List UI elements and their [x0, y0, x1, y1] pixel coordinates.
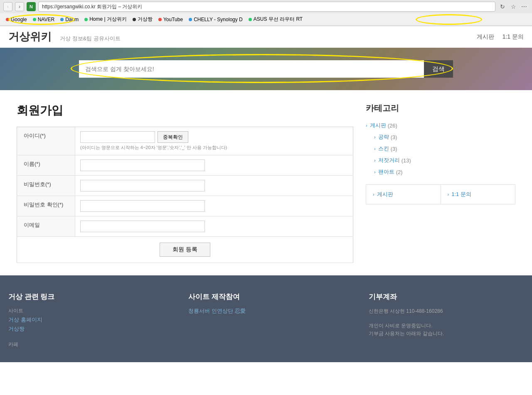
category-fanart-label: 팬아트 — [378, 168, 394, 176]
search-input[interactable] — [79, 60, 424, 78]
bookmark-chelly[interactable]: CHELLY - Synology D — [186, 16, 245, 23]
nav-box-board[interactable]: › 게시판 — [366, 185, 441, 204]
footer-participation-heading: 사이트 제작참여 — [188, 292, 343, 302]
category-gongryak-label: 공략 — [378, 133, 389, 141]
chevron-right-icon-sub2: › — [374, 146, 376, 151]
submit-row: 회원 등록 — [17, 237, 353, 263]
password-input[interactable] — [80, 180, 205, 191]
chevron-right-icon-sub4: › — [374, 169, 376, 174]
home-dot — [84, 18, 88, 21]
chelly-dot — [189, 18, 192, 21]
category-board: › 게시판 (26) › 공략 (3) › 스킨 (3) › 저잣거리 (13) — [366, 120, 515, 178]
bookmark-label: 거상짱 — [138, 16, 153, 23]
right-column: 카테고리 › 게시판 (26) › 공략 (3) › 스킨 (3) › — [366, 103, 515, 263]
nav-board[interactable]: 게시판 — [477, 33, 494, 41]
nav-arrow-icon-2: › — [448, 192, 449, 197]
settings-button[interactable]: ⋯ — [520, 2, 529, 11]
email-input[interactable] — [80, 221, 205, 232]
browser-actions: ↻ ☆ ⋯ — [498, 2, 529, 11]
site-footer: 거상 관련 링크 사이트 거상 홈페이지 거상짱 카페 사이트 제작참여 청룡서… — [0, 275, 532, 362]
nav-box-contact[interactable]: › 1:1 문의 — [441, 185, 515, 204]
name-input[interactable] — [80, 159, 205, 171]
category-board-count: (26) — [388, 123, 397, 129]
nav-arrow-icon-1: › — [373, 192, 374, 197]
address-bar[interactable] — [38, 2, 495, 12]
browser-chrome: ‹ › N ↻ ☆ ⋯ Google NAVER Daum Home | 거상위… — [0, 0, 532, 26]
nav-box-board-label: 게시판 — [377, 191, 393, 198]
site-header: 거상위키 거상 정보&팁 공유사이트 게시판 1:1 문의 — [0, 26, 532, 48]
footer-participation-section: 사이트 제작참여 청룡서버 인연상단 忍愛 — [188, 292, 343, 350]
category-gongryak-link[interactable]: › 공략 (3) — [366, 131, 515, 143]
submit-button[interactable]: 회원 등록 — [160, 243, 210, 257]
main-content: 회원가입 아이디(*) 중복확인 (아이디는 영문으로 시작하는 4~20자 '… — [8, 90, 524, 275]
footer-cafe-label: 카페 — [8, 341, 163, 348]
category-skin-link[interactable]: › 스킨 (3) — [366, 143, 515, 155]
category-board-label: 게시판 — [370, 122, 386, 129]
bookmark-gersangjjang[interactable]: 거상짱 — [130, 15, 155, 24]
id-row: 아이디(*) 중복확인 (아이디는 영문으로 시작하는 4~20자 '영문','… — [17, 127, 353, 155]
footer-participation-link[interactable]: 청룡서버 인연상단 忍愛 — [188, 307, 343, 315]
browser-logo: N — [27, 2, 36, 11]
password-label: 비밀번호(*) — [17, 176, 75, 196]
footer-links-label: 사이트 — [8, 307, 163, 314]
bookmark-daum[interactable]: Daum — [58, 16, 81, 23]
nav-box-contact-label: 1:1 문의 — [451, 191, 471, 198]
id-field-cell: 중복확인 (아이디는 영문으로 시작하는 4~20자 '영문','숫자','_'… — [75, 127, 353, 155]
bookmark-label: YouTube — [163, 17, 183, 22]
bookmark-youtube[interactable]: YouTube — [156, 16, 185, 23]
back-button[interactable]: ‹ — [3, 2, 12, 11]
chevron-right-icon-sub1: › — [374, 135, 376, 140]
name-row: 이름(*) — [17, 155, 353, 176]
footer-link-gersangjjang[interactable]: 거상짱 — [8, 325, 163, 333]
gersangjjang-dot — [133, 18, 136, 21]
forward-button[interactable]: › — [15, 2, 24, 11]
name-label: 이름(*) — [17, 155, 75, 176]
bookmark-home[interactable]: Home | 거상위키 — [82, 15, 129, 24]
site-logo[interactable]: 거상위키 — [8, 29, 52, 44]
bookmark-button[interactable]: ☆ — [509, 2, 518, 11]
refresh-button[interactable]: ↻ — [498, 2, 507, 11]
footer-donation-heading: 기부계좌 — [369, 292, 524, 302]
youtube-dot — [158, 18, 162, 21]
left-column: 회원가입 아이디(*) 중복확인 (아이디는 영문으로 시작하는 4~20자 '… — [17, 103, 353, 263]
bookmark-label: ASUS 무선 라우터 RT — [254, 16, 303, 23]
password-field-cell — [75, 176, 353, 196]
category-market-link[interactable]: › 저잣거리 (13) — [366, 155, 515, 166]
email-label: 이메일 — [17, 216, 75, 237]
nav-contact[interactable]: 1:1 문의 — [502, 33, 524, 41]
password-confirm-input[interactable] — [80, 200, 205, 212]
search-container: 검색 — [79, 60, 453, 78]
password-confirm-field-cell — [75, 196, 353, 216]
browser-titlebar: ‹ › N ↻ ☆ ⋯ — [0, 0, 532, 13]
category-market-count: (13) — [401, 157, 411, 164]
category-title: 카테고리 — [366, 103, 515, 114]
chevron-right-icon: › — [366, 123, 367, 128]
google-dot — [6, 18, 9, 21]
footer-links-section: 거상 관련 링크 사이트 거상 홈페이지 거상짱 카페 — [8, 292, 163, 350]
bookmark-label: CHELLY - Synology D — [194, 17, 243, 22]
bookmark-naver[interactable]: NAVER — [30, 16, 57, 23]
bookmark-google[interactable]: Google — [3, 16, 30, 23]
category-fanart-link[interactable]: › 팬아트 (2) — [366, 166, 515, 178]
category-fanart-count: (2) — [396, 169, 403, 175]
chevron-right-icon-sub3: › — [374, 158, 376, 163]
password-row: 비밀번호(*) — [17, 176, 353, 196]
category-market-label: 저잣거리 — [378, 157, 400, 164]
id-input[interactable] — [80, 131, 155, 143]
registration-form: 아이디(*) 중복확인 (아이디는 영문으로 시작하는 4~20자 '영문','… — [17, 127, 353, 263]
footer-links-heading: 거상 관련 링크 — [8, 292, 163, 302]
footer-link-gersang[interactable]: 거상 홈페이지 — [8, 316, 163, 324]
bookmark-asus[interactable]: ASUS 무선 라우터 RT — [246, 15, 305, 24]
footer-inner: 거상 관련 링크 사이트 거상 홈페이지 거상짱 카페 사이트 제작참여 청룡서… — [8, 292, 524, 350]
page-title: 회원가입 — [17, 103, 353, 118]
dup-check-button[interactable]: 중복확인 — [158, 131, 188, 143]
submit-cell: 회원 등록 — [17, 237, 353, 263]
category-board-link[interactable]: › 게시판 (26) — [366, 120, 515, 131]
site-subtitle: 거상 정보&팁 공유사이트 — [60, 35, 121, 42]
category-skin-count: (3) — [391, 146, 397, 152]
search-button[interactable]: 검색 — [424, 60, 453, 78]
bookmark-label: Google — [11, 17, 27, 22]
nav-box: › 게시판 › 1:1 문의 — [366, 184, 515, 204]
bookmark-label: NAVER — [38, 17, 54, 22]
bookmark-label: Daum — [65, 17, 79, 22]
